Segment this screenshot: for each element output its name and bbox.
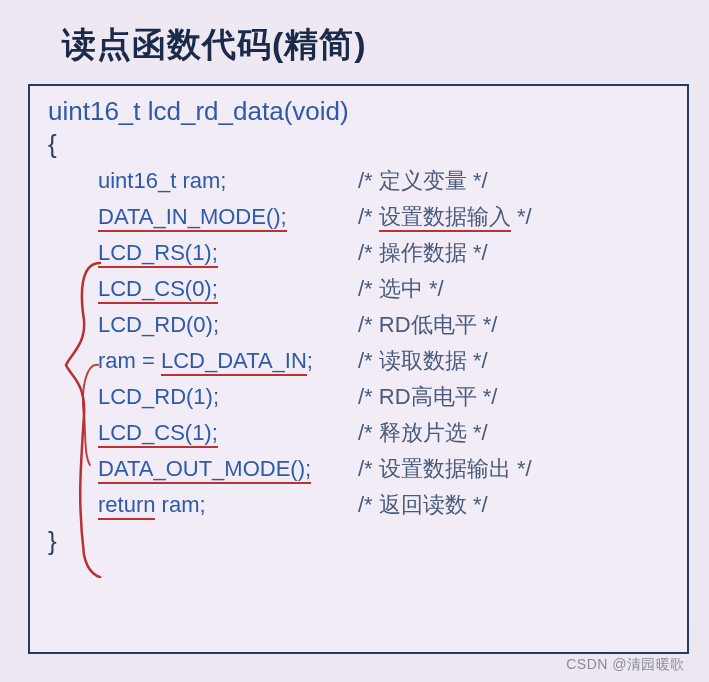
code-text: ram = LCD_DATA_IN; [98, 348, 358, 374]
code-line: DATA_IN_MODE(); /* 设置数据输入 */ [48, 202, 669, 232]
code-text: DATA_IN_MODE(); [98, 204, 358, 230]
code-line: return ram; /* 返回读数 */ [48, 490, 669, 520]
brace-open: { [48, 129, 669, 160]
page: 读点函数代码(精简) uint16_t lcd_rd_data(void) { … [0, 0, 709, 682]
code-mid: DATA_OUT_MODE(); [98, 456, 311, 484]
code-comment: /* 选中 */ [358, 274, 444, 304]
code-box: uint16_t lcd_rd_data(void) { uint16_t ra… [28, 84, 689, 654]
code-comment: /* 定义变量 */ [358, 166, 488, 196]
code-mid: return [98, 492, 155, 520]
code-line: ram = LCD_DATA_IN; /* 读取数据 */ [48, 346, 669, 376]
code-mid: LCD_DATA_IN [161, 348, 307, 376]
code-text: LCD_RS(1); [98, 240, 358, 266]
code-mid: LCD_CS(1); [98, 420, 218, 448]
code-line: DATA_OUT_MODE(); /* 设置数据输出 */ [48, 454, 669, 484]
code-plain: ram = [98, 348, 161, 373]
code-mid: LCD_RS(1); [98, 240, 218, 268]
code-mid: LCD_RD(1); [98, 384, 219, 409]
code-mid: LCD_CS(0); [98, 276, 218, 304]
code-comment: /* 设置数据输出 */ [358, 454, 532, 484]
function-signature: uint16_t lcd_rd_data(void) [48, 96, 669, 127]
code-comment: /* 操作数据 */ [358, 238, 488, 268]
code-comment: /* 读取数据 */ [358, 346, 488, 376]
code-comment: /* RD高电平 */ [358, 382, 497, 412]
code-line: uint16_t ram; /* 定义变量 */ [48, 166, 669, 196]
code-text: LCD_CS(1); [98, 420, 358, 446]
code-text: LCD_RD(0); [98, 312, 358, 338]
page-title: 读点函数代码(精简) [0, 0, 709, 78]
code-plain: uint16_t ram; [98, 168, 226, 193]
code-text: LCD_RD(1); [98, 384, 358, 410]
watermark: CSDN @清园暖歌 [566, 656, 685, 674]
code-comment: /* 设置数据输入 */ [358, 202, 532, 232]
code-text: return ram; [98, 492, 358, 518]
code-line: LCD_CS(1); /* 释放片选 */ [48, 418, 669, 448]
brace-close: } [48, 526, 669, 557]
code-tail: ram; [155, 492, 205, 517]
code-text: DATA_OUT_MODE(); [98, 456, 358, 482]
code-line: LCD_RD(0); /* RD低电平 */ [48, 310, 669, 340]
code-mid: DATA_IN_MODE(); [98, 204, 287, 232]
code-line: LCD_CS(0); /* 选中 */ [48, 274, 669, 304]
code-line: LCD_RS(1); /* 操作数据 */ [48, 238, 669, 268]
code-comment: /* RD低电平 */ [358, 310, 497, 340]
code-text: uint16_t ram; [98, 168, 358, 194]
code-tail: ; [307, 348, 313, 373]
code-mid: LCD_RD(0); [98, 312, 219, 337]
code-comment: /* 返回读数 */ [358, 490, 488, 520]
code-text: LCD_CS(0); [98, 276, 358, 302]
code-line: LCD_RD(1); /* RD高电平 */ [48, 382, 669, 412]
code-comment: /* 释放片选 */ [358, 418, 488, 448]
